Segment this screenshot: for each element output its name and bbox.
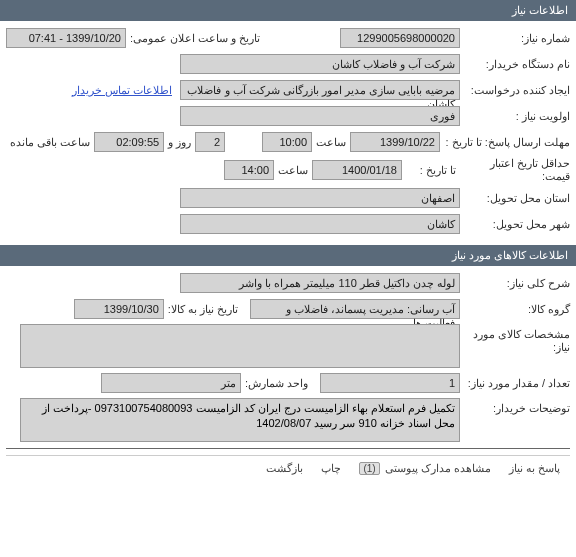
field-remaining-days: 2 xyxy=(195,132,225,152)
field-need-number: 1299005698000020 xyxy=(340,28,460,48)
link-print[interactable]: چاپ xyxy=(321,462,341,475)
field-need-by-date: 1399/10/30 xyxy=(74,299,164,319)
link-respond[interactable]: پاسخ به نیاز xyxy=(509,462,560,475)
goods-info-area: شرح کلی نیاز: لوله چدن داکتیل قطر 110 می… xyxy=(0,266,576,487)
field-remaining-time: 02:09:55 xyxy=(94,132,164,152)
label-days: روز و xyxy=(168,136,191,149)
label-deadline: مهلت ارسال پاسخ: تا تاریخ : xyxy=(440,136,570,149)
need-info-area: شماره نیاز: 1299005698000020 تاریخ و ساع… xyxy=(0,21,576,245)
divider xyxy=(6,448,570,449)
label-validity-time: ساعت xyxy=(278,164,308,177)
footer-bar: پاسخ به نیاز مشاهده مدارک پیوستی (1) چاپ… xyxy=(6,455,570,481)
field-delivery-province: اصفهان xyxy=(180,188,460,208)
field-buyer-device: شرکت آب و فاضلاب کاشان xyxy=(180,54,460,74)
label-public-date: تاریخ و ساعت اعلان عمومی: xyxy=(130,32,260,45)
label-deadline-time: ساعت xyxy=(316,136,346,149)
label-goods-group: گروه کالا: xyxy=(460,303,570,316)
section-title: اطلاعات نیاز xyxy=(512,4,568,16)
label-remaining: ساعت باقی مانده xyxy=(10,136,90,149)
label-goods-spec: مشخصات کالای مورد نیاز: xyxy=(460,324,570,354)
label-delivery-province: استان محل تحویل: xyxy=(460,192,570,205)
field-delivery-city: کاشان xyxy=(180,214,460,234)
row-goods-spec: مشخصات کالای مورد نیاز: xyxy=(6,324,570,368)
field-buyer-notes: تکمیل فرم استعلام بهاء الزامیست درج ایرا… xyxy=(20,398,460,442)
row-priority: اولویت نیاز : فوری xyxy=(6,105,570,127)
field-goods-spec xyxy=(20,324,460,368)
label-priority: اولویت نیاز : xyxy=(460,110,570,123)
link-attachments-text: مشاهده مدارک پیوستی xyxy=(385,462,491,474)
row-deadline: مهلت ارسال پاسخ: تا تاریخ : 1399/10/22 س… xyxy=(6,131,570,153)
label-delivery-city: شهر محل تحویل: xyxy=(460,218,570,231)
row-quantity: تعداد / مقدار مورد نیاز: 1 واحد شمارش: م… xyxy=(6,372,570,394)
field-goods-group: آب رسانی: مدیریت پسماند، فاضلاب و فعالیت… xyxy=(250,299,460,319)
label-buyer-notes: توضیحات خریدار: xyxy=(460,398,570,415)
label-creator: ایجاد کننده درخواست: xyxy=(460,84,570,97)
field-public-date: 1399/10/20 - 07:41 xyxy=(6,28,126,48)
field-unit: متر xyxy=(101,373,241,393)
field-general-desc: لوله چدن داکتیل قطر 110 میلیمتر همراه با… xyxy=(180,273,460,293)
attachments-count-badge: (1) xyxy=(359,462,379,475)
label-unit: واحد شمارش: xyxy=(245,377,308,390)
label-min-validity: حداقل تاریخ اعتبار قیمت: xyxy=(460,157,570,183)
row-min-validity: حداقل تاریخ اعتبار قیمت: تا تاریخ : 1400… xyxy=(6,157,570,183)
label-min-validity-sub: تا تاریخ : xyxy=(406,164,456,177)
section-header-need-info: اطلاعات نیاز xyxy=(0,0,576,21)
row-general-desc: شرح کلی نیاز: لوله چدن داکتیل قطر 110 می… xyxy=(6,272,570,294)
row-creator: ایجاد کننده درخواست: مرضیه بابایی سازی م… xyxy=(6,79,570,101)
section-title-goods: اطلاعات کالاهای مورد نیاز xyxy=(452,249,568,261)
row-need-number: شماره نیاز: 1299005698000020 تاریخ و ساع… xyxy=(6,27,570,49)
section-header-goods-info: اطلاعات کالاهای مورد نیاز xyxy=(0,245,576,266)
field-priority: فوری xyxy=(180,106,460,126)
label-need-number: شماره نیاز: xyxy=(460,32,570,45)
row-delivery-city: شهر محل تحویل: کاشان xyxy=(6,213,570,235)
field-creator: مرضیه بابایی سازی مدیر امور بازرگانی شرک… xyxy=(180,80,460,100)
field-validity-date: 1400/01/18 xyxy=(312,160,402,180)
link-back[interactable]: بازگشت xyxy=(266,462,303,475)
label-quantity: تعداد / مقدار مورد نیاز: xyxy=(460,377,570,390)
field-deadline-date: 1399/10/22 xyxy=(350,132,440,152)
row-delivery-province: استان محل تحویل: اصفهان xyxy=(6,187,570,209)
label-buyer-device: نام دستگاه خریدار: xyxy=(460,58,570,71)
label-general-desc: شرح کلی نیاز: xyxy=(460,277,570,290)
label-need-by-date: تاریخ نیاز به کالا: xyxy=(168,303,238,316)
field-deadline-time: 10:00 xyxy=(262,132,312,152)
field-validity-time: 14:00 xyxy=(224,160,274,180)
field-quantity: 1 xyxy=(320,373,460,393)
row-buyer-device: نام دستگاه خریدار: شرکت آب و فاضلاب کاشا… xyxy=(6,53,570,75)
link-attachments[interactable]: مشاهده مدارک پیوستی (1) xyxy=(359,462,490,475)
row-goods-group: گروه کالا: آب رسانی: مدیریت پسماند، فاضل… xyxy=(6,298,570,320)
link-contact-buyer[interactable]: اطلاعات تماس خریدار xyxy=(72,84,172,97)
row-buyer-notes: توضیحات خریدار: تکمیل فرم استعلام بهاء ا… xyxy=(6,398,570,442)
